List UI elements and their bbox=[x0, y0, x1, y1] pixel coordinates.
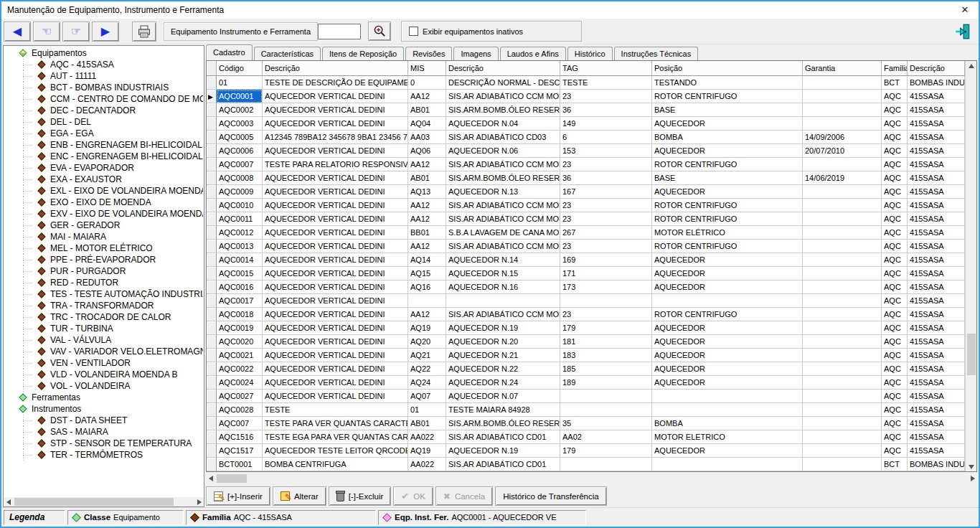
tree-item[interactable]: AQC - 415SASA bbox=[4, 59, 203, 70]
table-row[interactable]: AQC0001 AQUECEDOR VERTICAL DEDINI AA12 S… bbox=[207, 90, 965, 103]
tree-item[interactable]: GER - GERADOR bbox=[4, 220, 203, 231]
action-button[interactable]: OK bbox=[393, 486, 433, 506]
print-button[interactable] bbox=[132, 22, 156, 42]
scroll-right-icon[interactable] bbox=[968, 473, 977, 484]
grid-hscroll-thumb[interactable] bbox=[217, 474, 247, 483]
action-button[interactable]: Alterar bbox=[273, 486, 326, 506]
nav-arrow-button[interactable]: ◀ bbox=[4, 22, 31, 42]
table-row[interactable]: AQC0007 TESTE PARA RELATORIO RESPONSIVO … bbox=[207, 158, 965, 171]
action-button[interactable]: [-]-Excluir bbox=[329, 486, 392, 506]
table-row[interactable]: AQC0017 AQUECEDOR VERTICAL DEDINI AQC 41… bbox=[207, 294, 965, 308]
table-row[interactable]: AQC0019 AQUECEDOR VERTICAL DEDINI AQ19 A… bbox=[207, 321, 965, 335]
action-button[interactable]: [+]-Inserir bbox=[206, 486, 270, 506]
tree-item[interactable]: EXA - EXAUSTOR bbox=[4, 174, 203, 185]
tree-item[interactable]: RED - REDUTOR bbox=[4, 277, 203, 288]
nav-arrow-button[interactable]: ▶ bbox=[92, 22, 119, 42]
tab[interactable]: Cadastro bbox=[206, 44, 253, 60]
tree-item[interactable]: BCT - BOMBAS INDUSTRIAIS bbox=[4, 82, 203, 93]
column-header[interactable]: Garantia bbox=[803, 61, 882, 76]
column-header[interactable]: Descrição bbox=[908, 61, 965, 76]
table-row[interactable]: AQC0009 AQUECEDOR VERTICAL DEDINI AQ13 A… bbox=[207, 185, 965, 199]
tree-item[interactable]: TRA - TRANSFORMADOR bbox=[4, 300, 203, 311]
scroll-up-icon[interactable] bbox=[966, 61, 976, 70]
tab[interactable]: Características bbox=[254, 47, 321, 60]
tree-item[interactable]: EXO - EIXO DE MOENDA bbox=[4, 197, 203, 208]
tree-item[interactable]: TES - TESTE AUTOMAÇÃO INDUSTRIA bbox=[4, 288, 203, 300]
scroll-left-icon[interactable] bbox=[4, 497, 13, 506]
search-input[interactable] bbox=[318, 24, 361, 39]
tab[interactable]: Revisões bbox=[405, 47, 452, 60]
tree-item[interactable]: VLD - VOLANDEIRA MOENDA B bbox=[4, 369, 203, 380]
column-header[interactable] bbox=[207, 61, 217, 76]
tree-item[interactable]: VEN - VENTILADOR bbox=[4, 357, 203, 369]
tab[interactable]: Histórico bbox=[567, 47, 613, 60]
table-row[interactable]: AQC0024 AQUECEDOR VERTICAL DEDINI AQ24 A… bbox=[207, 376, 965, 390]
tab[interactable]: Laudos e Afins bbox=[500, 47, 566, 60]
action-button[interactable]: Cancela bbox=[435, 486, 493, 506]
exit-button[interactable] bbox=[953, 22, 973, 42]
scroll-left-icon[interactable] bbox=[206, 473, 215, 484]
tree-item[interactable]: MAI - MAIARA bbox=[4, 231, 203, 242]
tree-item[interactable]: VAV - VARIADOR VELO.ELETROMAGNÉT bbox=[4, 346, 203, 357]
grid-scroll-thumb[interactable] bbox=[967, 334, 976, 375]
table-row[interactable]: AQC0002 AQUECEDOR VERTICAL DEDINI AB01 S… bbox=[207, 103, 965, 117]
tree-item[interactable]: PPE - PRÉ-EVAPORADOR bbox=[4, 254, 203, 265]
scroll-right-icon[interactable] bbox=[194, 497, 204, 506]
tree-item[interactable]: EXL - EIXO DE VOLANDEIRA MOENDA B bbox=[4, 185, 203, 197]
tree-item[interactable]: Instrumentos bbox=[4, 403, 203, 415]
table-row[interactable]: BCT0001 BOMBA CENTRIFUGA AA022 SIS.AR AD… bbox=[207, 458, 965, 471]
tree-item[interactable]: ENC - ENGRENAGEM BI-HELICOIDAL MO bbox=[4, 151, 203, 162]
tree-item[interactable]: EVA - EVAPORADOR bbox=[4, 162, 203, 174]
grid-horizontal-scrollbar[interactable] bbox=[206, 473, 977, 484]
close-icon[interactable]: ✕ bbox=[954, 1, 976, 19]
tree-item[interactable]: TER - TERMÔMETROS bbox=[4, 449, 203, 461]
table-row[interactable]: AQC0006 AQUECEDOR VERTICAL DEDINI AQ06 A… bbox=[207, 144, 965, 158]
tree-item[interactable]: Ferramentas bbox=[4, 392, 203, 403]
table-row[interactable]: AQC0022 AQUECEDOR VERTICAL DEDINI AQ22 A… bbox=[207, 362, 965, 376]
tree-item[interactable]: DEC - DECANTADOR bbox=[4, 105, 203, 116]
table-row[interactable]: AQC0012 AQUECEDOR VERTICAL DEDINI BB01 S… bbox=[207, 226, 965, 240]
table-row[interactable]: AQC0013 AQUECEDOR VERTICAL DEDINI AA12 S… bbox=[207, 240, 965, 253]
column-header[interactable]: Descrição bbox=[446, 61, 560, 76]
table-row[interactable]: AQC1516 TESTE EGA PARA VER QUANTAS CARAC… bbox=[207, 430, 965, 444]
tree-scroll-thumb[interactable] bbox=[14, 498, 174, 506]
table-row[interactable]: AQC007 TESTE PARA VER QUANTAS CARACTERES… bbox=[207, 417, 965, 430]
tree-item[interactable]: VOL - VOLANDEIRA bbox=[4, 380, 203, 392]
nav-arrow-button[interactable]: ☞ bbox=[62, 22, 90, 42]
tree-item[interactable]: AUT - 11111 bbox=[4, 70, 203, 82]
column-header[interactable]: Descrição bbox=[263, 61, 408, 76]
table-row[interactable]: AQC0027 AQUECEDOR VERTICAL DEDINI AQ07 A… bbox=[207, 390, 965, 403]
tree-item[interactable]: PUR - PURGADOR bbox=[4, 265, 203, 277]
table-row[interactable]: AQC0010 AQUECEDOR VERTICAL DEDINI AA12 S… bbox=[207, 199, 965, 212]
table-row[interactable]: AQC0018 AQUECEDOR VERTICAL DEDINI AA12 S… bbox=[207, 308, 965, 321]
scroll-down-icon[interactable] bbox=[966, 462, 976, 471]
tree-item[interactable]: TRC - TROCADOR DE CALOR bbox=[4, 311, 203, 323]
inactive-checkbox[interactable] bbox=[409, 27, 418, 36]
table-row[interactable]: AQC0016 AQUECEDOR VERTICAL DEDINI AQ16 A… bbox=[207, 280, 965, 294]
tree-item[interactable]: VAL - VÁLVULA bbox=[4, 334, 203, 346]
column-header[interactable]: Posição bbox=[652, 61, 803, 76]
action-button[interactable]: Histórico de Transferência bbox=[495, 486, 607, 506]
column-header[interactable]: TAG bbox=[560, 61, 652, 76]
nav-arrow-button[interactable]: ☜ bbox=[33, 22, 60, 42]
tree-item[interactable]: EGA - EGA bbox=[4, 128, 203, 139]
tree-horizontal-scrollbar[interactable] bbox=[4, 497, 204, 506]
table-row[interactable]: AQC0020 AQUECEDOR VERTICAL DEDINI AQ20 A… bbox=[207, 335, 965, 349]
table-row[interactable]: AQC0011 AQUECEDOR VERTICAL DEDINI AA12 S… bbox=[207, 212, 965, 226]
search-button[interactable] bbox=[368, 22, 391, 41]
tree-item[interactable]: DEL - DEL bbox=[4, 116, 203, 128]
grid-vertical-scrollbar[interactable] bbox=[965, 61, 976, 471]
table-row[interactable]: AQC0003 AQUECEDOR VERTICAL DEDINI AQ04 A… bbox=[207, 117, 965, 131]
tree-item[interactable]: MEL - MOTOR ELÉTRICO bbox=[4, 242, 203, 254]
table-row[interactable]: AQC0008 AQUECEDOR VERTICAL DEDINI AB01 S… bbox=[207, 171, 965, 185]
column-header[interactable]: MIS bbox=[408, 61, 446, 76]
tree-item[interactable]: ENB - ENGRENAGEM BI-HELICOIDAL MO bbox=[4, 139, 203, 151]
table-row[interactable]: 01 TESTE DE DESCRIÇÃO DE EQUIPAMENTO 0 D… bbox=[207, 76, 965, 90]
table-row[interactable]: AQC0028 TESTE 01 TESTE MAIARA 84928 AQC … bbox=[207, 403, 965, 417]
tree-item[interactable]: Equipamentos bbox=[4, 47, 203, 59]
tree-item[interactable]: EXV - EIXO DE VOLANDEIRA MOENDA A bbox=[4, 208, 203, 220]
table-row[interactable]: AQC0005 A12345 789BA12 345678 9BA1 23456… bbox=[207, 131, 965, 144]
tab[interactable]: Instruções Técnicas bbox=[614, 47, 699, 60]
tab[interactable]: Imagens bbox=[453, 47, 498, 60]
table-row[interactable]: AQC0014 AQUECEDOR VERTICAL DEDINI AQ14 A… bbox=[207, 253, 965, 267]
